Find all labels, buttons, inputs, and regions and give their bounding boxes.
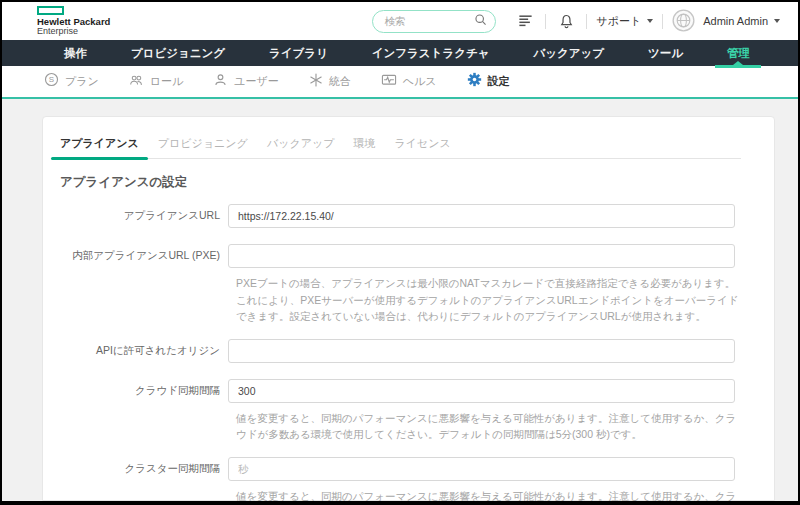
- chevron-down-icon: [647, 19, 653, 23]
- internal-appliance-url-input[interactable]: [228, 244, 735, 268]
- tab-backup[interactable]: バックアップ: [258, 131, 344, 158]
- cluster-sync-interval-help: 値を変更すると、同期のパフォーマンスに悪影響を与える可能性があります。注意して使…: [236, 488, 743, 501]
- divider: [662, 14, 663, 29]
- form-row-appliance-url: アプライアンスURL: [60, 204, 741, 228]
- logo-text-line2: Enterprise: [37, 27, 110, 36]
- integrations-icon: [309, 73, 323, 91]
- active-nav-underline: [715, 65, 761, 68]
- top-bar-actions: サポート Admin Admin: [372, 9, 780, 34]
- toolbar-item-health[interactable]: ヘルス: [381, 72, 437, 91]
- app-window: Hewlett Packard Enterprise: [0, 0, 800, 505]
- appliance-url-label: アプライアンスURL: [60, 209, 228, 223]
- toolbar-item-plans[interactable]: S プラン: [44, 72, 99, 91]
- nav-item-backup[interactable]: バックアップ: [533, 46, 604, 61]
- user-menu[interactable]: Admin Admin: [672, 9, 780, 34]
- search-box[interactable]: [372, 10, 496, 33]
- users-icon: [213, 73, 228, 91]
- page-title: アプライアンスの設定: [60, 174, 741, 191]
- settings-tabs: アプライアンス プロビジョニング バックアップ 環境 ライセンス: [51, 131, 741, 159]
- tab-license[interactable]: ライセンス: [385, 131, 459, 158]
- roles-icon: [129, 73, 144, 91]
- divider: [586, 14, 587, 29]
- api-origins-input[interactable]: [228, 339, 735, 363]
- toolbar-item-label: ロール: [150, 74, 184, 89]
- form-row-api-origins: APIに許可されたオリジン: [60, 339, 741, 363]
- hpe-logo: Hewlett Packard Enterprise: [37, 6, 110, 36]
- cloud-sync-interval-help: 値を変更すると、同期のパフォーマンスに悪影響を与える可能性があります。注意して使…: [236, 410, 743, 443]
- activity-log-icon[interactable]: [514, 10, 536, 32]
- divider: [545, 14, 546, 29]
- content-area: アプライアンス プロビジョニング バックアップ 環境 ライセンス アプライアンス…: [2, 99, 798, 501]
- nav-item-tools[interactable]: ツール: [648, 46, 683, 61]
- settings-card: アプライアンス プロビジョニング バックアップ 環境 ライセンス アプライアンス…: [42, 116, 775, 501]
- form-row-internal-appliance-url: 内部アプライアンスURL (PXE): [60, 244, 741, 268]
- internal-appliance-url-label: 内部アプライアンスURL (PXE): [60, 249, 228, 263]
- internal-appliance-url-help: PXEブートの場合、アプライアンスは最小限のNATマスカレードで直接経路指定でき…: [236, 275, 743, 325]
- tab-appliance[interactable]: アプライアンス: [51, 131, 148, 158]
- cluster-sync-interval-input[interactable]: [228, 457, 735, 481]
- api-origins-label: APIに許可されたオリジン: [60, 344, 228, 358]
- nav-item-label: 管理: [727, 47, 750, 59]
- form-row-cloud-sync-interval: クラウド同期間隔: [60, 379, 741, 403]
- admin-toolbar: S プラン ロール ユーザー: [2, 66, 798, 99]
- search-input[interactable]: [384, 15, 474, 27]
- hpe-logo-mark: [37, 6, 64, 15]
- toolbar-item-label: ヘルス: [403, 74, 437, 89]
- form-row-cluster-sync-interval: クラスター同期間隔: [60, 457, 741, 481]
- nav-item-provisioning[interactable]: プロビジョニング: [131, 46, 225, 61]
- nav-item-operations[interactable]: 操作: [64, 46, 87, 61]
- toolbar-item-integrations[interactable]: 統合: [309, 73, 351, 91]
- appliance-url-input[interactable]: [228, 204, 735, 228]
- toolbar-item-roles[interactable]: ロール: [129, 73, 184, 91]
- cloud-sync-interval-label: クラウド同期間隔: [60, 384, 228, 398]
- main-nav: 操作 プロビジョニング ライブラリ インフラストラクチャ バックアップ ツール …: [2, 40, 798, 66]
- toolbar-item-label: 統合: [329, 74, 351, 89]
- toolbar-item-label: ユーザー: [234, 74, 279, 89]
- user-name: Admin Admin: [703, 15, 768, 27]
- toolbar-item-label: 設定: [488, 74, 510, 89]
- chevron-down-icon: [774, 19, 780, 23]
- support-menu-label: サポート: [596, 14, 641, 29]
- tab-provisioning[interactable]: プロビジョニング: [149, 131, 257, 158]
- support-menu[interactable]: サポート: [596, 14, 653, 29]
- cloud-sync-interval-input[interactable]: [228, 379, 735, 403]
- settings-gear-icon: [467, 72, 482, 91]
- cluster-sync-interval-label: クラスター同期間隔: [60, 462, 228, 476]
- toolbar-item-users[interactable]: ユーザー: [213, 73, 279, 91]
- nav-item-infrastructure[interactable]: インフラストラクチャ: [372, 46, 490, 61]
- toolbar-item-label: プラン: [65, 74, 99, 89]
- nav-item-library[interactable]: ライブラリ: [269, 46, 328, 61]
- notifications-bell-icon[interactable]: [555, 10, 577, 32]
- avatar: [672, 9, 703, 34]
- search-icon: [474, 12, 487, 30]
- toolbar-item-settings[interactable]: 設定: [467, 72, 510, 91]
- plans-icon: S: [44, 72, 59, 91]
- svg-text:S: S: [49, 75, 54, 84]
- health-icon: [381, 72, 397, 91]
- tab-environment[interactable]: 環境: [344, 131, 384, 158]
- nav-item-administration[interactable]: 管理: [727, 46, 750, 61]
- top-bar: Hewlett Packard Enterprise: [2, 2, 798, 40]
